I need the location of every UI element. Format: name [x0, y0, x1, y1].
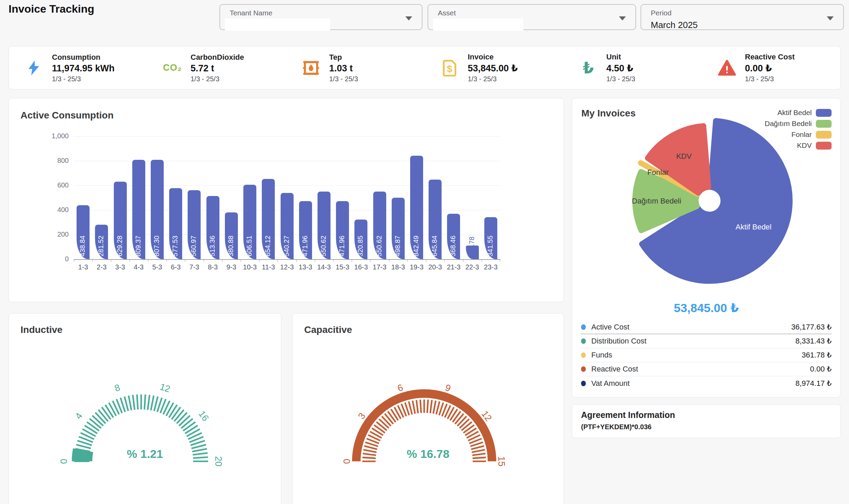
x-axis-tick [370, 259, 370, 262]
gauge-tick [145, 394, 146, 409]
x-axis-category-label: 10-3 [241, 263, 259, 271]
invoice-total: 53,845.00 ₺ [572, 301, 840, 315]
gauge-tick [436, 402, 440, 415]
invoice-row-funds: Funds 361.78 ₺ [581, 348, 832, 362]
gauge-tick [427, 400, 428, 413]
period-dropdown[interactable]: Period March 2025 [641, 4, 844, 30]
row-value: 0.00 ₺ [810, 365, 832, 374]
row-value: 36,177.63 ₺ [791, 323, 832, 332]
bar-value-label: 281.52 [97, 202, 105, 256]
bar-value-label: 471.96 [301, 202, 309, 256]
x-axis-category-label: 2-3 [92, 263, 111, 271]
turkish-lira-icon: ₺ [578, 57, 599, 79]
gauge-scale-label: 12 [159, 381, 172, 394]
bar-value-label: 498.87 [394, 202, 402, 256]
row-value: 361.78 ₺ [802, 351, 832, 360]
active-consumption-card: Active Consumption 02004006008001,000438… [9, 98, 564, 302]
warning-triangle-icon [716, 57, 738, 79]
x-axis-tick [130, 259, 130, 262]
gauge-tick [105, 405, 113, 418]
gauge-tick [185, 425, 198, 434]
row-value: 8,331.43 ₺ [795, 337, 832, 346]
x-axis-category-label: 4-3 [130, 263, 148, 271]
inductive-card: Inductive 048121620 % 1.21 [9, 313, 281, 504]
chevron-down-icon [619, 16, 626, 20]
tenant-name-dropdown[interactable]: Tenant Name [219, 4, 422, 30]
invoice-breakdown-list: Active Cost 36,177.63 ₺ Distribution Cos… [581, 320, 832, 390]
inductive-value: % 1.21 [9, 447, 281, 461]
row-color-dot [581, 338, 586, 344]
lightning-icon [23, 57, 44, 79]
row-value: 8,974.17 ₺ [795, 379, 832, 388]
x-axis-category-label: 18-3 [389, 263, 407, 271]
gauge-tick [148, 395, 150, 410]
gauge-tick [137, 394, 138, 409]
asset-dropdown[interactable]: Asset [428, 4, 636, 30]
x-axis-tick [407, 259, 408, 262]
kpi-invoice: $Invoice 53,845.00 ₺ 1/3 - 25/3 [425, 53, 564, 83]
x-axis-category-label: 13-3 [296, 263, 315, 271]
x-axis-category-label: 21-3 [444, 263, 463, 271]
invoice-document-icon: $ [439, 57, 460, 79]
gauge-tick [430, 400, 432, 413]
x-axis-category-label: 7-3 [185, 263, 203, 271]
period-value: March 2025 [651, 20, 698, 30]
tenant-name-label: Tenant Name [230, 9, 272, 17]
gauge-tick [90, 419, 101, 428]
gauge-tick [92, 416, 103, 426]
bar-value-label: 842.49 [412, 202, 420, 256]
gauge-tick [460, 419, 469, 428]
x-axis-category-label: 14-3 [315, 263, 333, 271]
co2-icon: CO₂ [162, 57, 183, 79]
x-axis-line [74, 259, 500, 260]
chevron-down-icon [405, 16, 412, 20]
bar-value-label: 807.30 [153, 202, 161, 256]
x-axis-category-label: 20-3 [426, 263, 444, 271]
kpi-period: 1/3 - 25/3 [745, 75, 795, 83]
period-label: Period [651, 9, 672, 17]
x-axis-category-label: 19-3 [407, 263, 426, 271]
x-axis-category-label: 11-3 [259, 263, 278, 271]
gauge-scale-label: 6 [396, 382, 404, 394]
x-axis-category-label: 16-3 [352, 263, 370, 271]
y-axis-tick-label: 800 [45, 157, 69, 165]
gauge-tick [183, 422, 196, 431]
gauge-tick [388, 411, 396, 422]
asset-label: Asset [438, 9, 456, 17]
gauge-tick [416, 400, 418, 413]
kpi-period: 1/3 - 25/3 [52, 75, 114, 83]
asset-redacted-value [433, 18, 523, 31]
row-color-dot [581, 324, 586, 330]
y-axis-tick-label: 0 [45, 255, 69, 263]
gauge-tick [379, 419, 389, 428]
bar-value-label: 341.55 [486, 202, 494, 256]
gauge-scale-label: 16 [197, 409, 211, 423]
x-axis-category-label: 6-3 [166, 263, 185, 271]
capacitive-card: Capacitive 03691215 % 16.78 [292, 313, 564, 504]
gauge-tick [172, 407, 180, 419]
kpi-summary-card: Consumption 11,974.95 kWh 1/3 - 25/3CO₂C… [9, 46, 841, 89]
x-axis-tick [111, 259, 111, 262]
capacitive-gauge: 03691215 [293, 313, 564, 504]
gauge-tick [169, 405, 177, 418]
kpi-unit: ₺Unit 4.50 ₺ 1/3 - 25/3 [563, 53, 702, 83]
x-axis-tick [444, 259, 445, 262]
kpi-label: CarbonDioxide [191, 53, 244, 62]
oil-barrel-icon [300, 57, 322, 79]
invoice-row-vat-amount: Vat Amount 8,974.17 ₺ [581, 376, 832, 390]
bar-value-label: 629.28 [116, 202, 124, 256]
bar-value-label: 540.27 [283, 202, 291, 256]
gauge-tick [382, 416, 391, 426]
bar-value-label: 471.96 [338, 202, 346, 256]
x-axis-category-label: 1-3 [74, 263, 92, 271]
gauge-tick [133, 395, 135, 410]
gauge-tick [374, 425, 385, 433]
gauge-scale-label: 9 [444, 382, 452, 394]
gauge-tick [95, 412, 106, 423]
kpi-tep: Tep 1.03 t 1/3 - 25/3 [286, 53, 425, 83]
donut-slice-label-aktif-bedel: Aktif Bedel [736, 223, 771, 232]
x-axis-tick [482, 259, 482, 262]
gauge-tick [463, 425, 474, 433]
agreement-title: Agreement Information [581, 410, 675, 420]
gauge-tick [413, 401, 415, 414]
